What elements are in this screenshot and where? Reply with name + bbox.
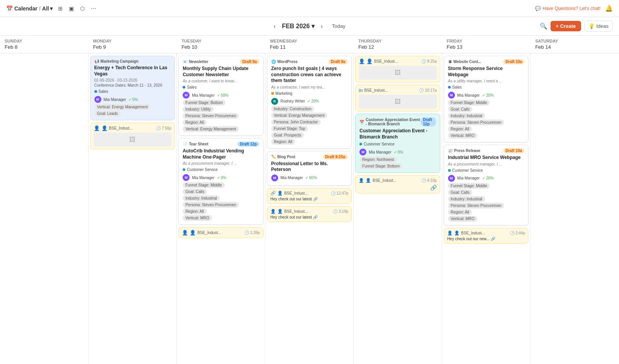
calendar-grid: SUNDAY Feb 8 MONDAY Feb 9 TUESDAY Feb 10… bbox=[0, 36, 619, 364]
calendar-nav: ‹ FEB 2026 ▾ › Today bbox=[270, 21, 348, 31]
press-icon: 📰 bbox=[448, 149, 453, 153]
dot-mkt bbox=[271, 92, 274, 95]
bse-image: 🖼 bbox=[94, 133, 172, 147]
header-sunday: SUNDAY Feb 8 bbox=[0, 36, 89, 53]
dot-sales bbox=[183, 86, 185, 89]
header-saturday: SATURDAY Feb 14 bbox=[530, 36, 619, 53]
bse-fri1[interactable]: 👤 👤 BSE_Indust... 🕐 2:44p Hey check out … bbox=[444, 228, 529, 244]
create-btn[interactable]: + Create bbox=[551, 21, 581, 31]
website-card[interactable]: 🖥 Website Cont... Draft 10a Storm Respon… bbox=[444, 56, 529, 142]
bse-thu3[interactable]: 👤 👤 BSE_Indust... 🕐 4:33p 🔗 bbox=[355, 175, 440, 193]
nav-controls: ⊞ ▣ ⬡ ⋯ bbox=[56, 4, 99, 13]
clock-icon: 🕐 bbox=[333, 209, 337, 214]
chat-link[interactable]: 💬 Have Questions? Let's chat! bbox=[535, 6, 600, 11]
bse-thu2[interactable]: in BSE_Indust... 🕐 10:17a 🖼 bbox=[355, 85, 440, 111]
ideas-btn[interactable]: 💡 Ideas bbox=[584, 21, 613, 32]
saturday-col bbox=[530, 53, 619, 364]
bse-img2: 🖼 bbox=[359, 95, 437, 109]
newsletter-card[interactable]: 📧 Newsletter Draft 9a Monthly Supply Cha… bbox=[178, 56, 263, 136]
more-btn[interactable]: ⋯ bbox=[89, 4, 99, 13]
bse-avatar2: 👤 bbox=[101, 125, 108, 131]
industry-pill: Industry: Utility bbox=[183, 106, 214, 112]
wordpress-card[interactable]: 🌐 WordPress Draft 9a Zero punch list goa… bbox=[267, 56, 352, 149]
goal-pill: Goal: Leads bbox=[94, 111, 121, 116]
persona-pill: Persona: Steven Procuremen bbox=[183, 113, 239, 119]
draft-badge: Draft 9a bbox=[240, 59, 259, 64]
blog-icon: ✏️ bbox=[271, 155, 276, 159]
breadcrumb-sep: / bbox=[39, 5, 41, 12]
top-nav: 📅 Calendar / All ▾ ⊞ ▣ ⬡ ⋯ 💬 Have Questi… bbox=[0, 0, 619, 17]
bse-avatar1: 👤 bbox=[182, 230, 188, 236]
thursday-col: 👤 👤 BSE_Indust... 🕐 9:25a 🖼 in BS bbox=[354, 53, 442, 364]
tearsheet-card[interactable]: 📄 Tear Sheet Draft 12p AutoCrib Industri… bbox=[178, 138, 263, 225]
megaphone-icon: 📢 bbox=[94, 59, 99, 63]
chat-icon: 💬 bbox=[535, 6, 541, 11]
region-pill: Region: All bbox=[183, 120, 207, 125]
header-thursday: THURSDAY Feb 12 bbox=[354, 36, 442, 53]
nav-right: 💬 Have Questions? Let's chat! 🔔 bbox=[535, 5, 613, 12]
dot-cs-event bbox=[359, 143, 362, 145]
nav-left: 📅 Calendar / All ▾ ⊞ ▣ ⬡ ⋯ bbox=[6, 4, 99, 13]
chevron-down-icon: ▾ bbox=[50, 5, 53, 12]
clock-icon: 🕐 bbox=[156, 126, 161, 130]
hey-card-wed2[interactable]: 👤 👤 BSE_Indust... 🕐 3:19p Hey check out … bbox=[267, 206, 352, 222]
search-btn[interactable]: 🔍 bbox=[540, 22, 547, 30]
view-selector[interactable]: All ▾ bbox=[42, 5, 53, 12]
lightbulb-icon: 💡 bbox=[588, 23, 595, 29]
header-tuesday: TUESDAY Feb 10 bbox=[177, 36, 265, 53]
event-card[interactable]: 📅 Customer Appreciation Event - Bismarck… bbox=[355, 114, 440, 173]
draft-badge2: Draft 12p bbox=[238, 142, 259, 147]
title-text: Calendar bbox=[14, 5, 38, 12]
avatar-mia: M bbox=[94, 96, 101, 103]
wednesday-col: 🌐 WordPress Draft 9a Zero punch list goa… bbox=[265, 53, 354, 364]
next-month-btn[interactable]: › bbox=[318, 21, 326, 31]
day-headers: SUNDAY Feb 8 MONDAY Feb 9 TUESDAY Feb 10… bbox=[0, 36, 619, 53]
pressrelease-card[interactable]: 📰 Press Release Draft 10a Industrial MRO… bbox=[444, 145, 529, 226]
bse-thu1[interactable]: 👤 👤 BSE_Indust... 🕐 9:25a 🖼 bbox=[355, 56, 440, 82]
web-icon: 🖥 bbox=[448, 60, 452, 64]
blogpost-card[interactable]: ✏️ Blog Post Draft 9:25a Professional Le… bbox=[267, 151, 352, 186]
month-chevron: ▾ bbox=[311, 22, 315, 30]
clock-icon: 🕐 bbox=[510, 231, 515, 235]
bse-icon1: 👤 bbox=[359, 58, 365, 64]
avatar-mia: M bbox=[183, 174, 190, 181]
filter-btn[interactable]: ⊞ bbox=[56, 4, 65, 13]
monday-col: 📢 Marketing Campaign Energy + Tech Confe… bbox=[89, 53, 177, 364]
bse-monday-card[interactable]: 👤 👤 BSE_Indust... 🕐 7:56p 🖼 bbox=[90, 123, 175, 149]
dot-sales bbox=[94, 90, 97, 93]
dot-sales-fri bbox=[448, 86, 451, 89]
calendar-icon: 📅 bbox=[6, 5, 13, 12]
linkedin-icon: in bbox=[359, 87, 363, 93]
today-btn[interactable]: Today bbox=[329, 22, 349, 31]
draft-badge-wp: Draft 9a bbox=[328, 59, 347, 64]
bse-tuesday-card[interactable]: 👤 👤 BSE_Indust... 🕐 1:39p bbox=[178, 227, 263, 238]
clock-icon: 🕐 bbox=[331, 191, 335, 195]
funnel-pill: Funnel Stage: Bottom bbox=[183, 100, 226, 106]
friday-col: 🖥 Website Cont... Draft 10a Storm Respon… bbox=[442, 53, 531, 364]
nav-title: 📅 Calendar / All ▾ bbox=[6, 5, 53, 12]
calendar-toolbar: ‹ FEB 2026 ▾ › Today 🔍 + Create 💡 Ideas bbox=[0, 17, 619, 36]
prev-month-btn[interactable]: ‹ bbox=[270, 21, 279, 31]
event-draft: Draft 12p bbox=[421, 117, 436, 126]
avatar-rodney: R bbox=[271, 98, 278, 105]
bse-avatar1: 👤 bbox=[94, 125, 100, 131]
dot-cs bbox=[183, 168, 185, 171]
tuesday-col: 📧 Newsletter Draft 9a Monthly Supply Cha… bbox=[177, 53, 265, 364]
marketing-campaign-card[interactable]: 📢 Marketing Campaign Energy + Tech Confe… bbox=[90, 56, 175, 120]
bse-icon2: 👤 bbox=[366, 58, 373, 64]
display-btn[interactable]: ▣ bbox=[67, 4, 76, 13]
sunday-col bbox=[0, 53, 89, 364]
clock-icon: 🕐 bbox=[419, 88, 424, 92]
avatar-mia: M bbox=[271, 174, 278, 181]
link-icon2: 🔗 bbox=[313, 215, 318, 219]
month-selector[interactable]: FEB 2026 ▾ bbox=[282, 22, 315, 30]
share-btn[interactable]: ⬡ bbox=[78, 4, 87, 13]
clock-icon: 🕐 bbox=[421, 178, 426, 183]
newsletter-icon: 📧 bbox=[183, 60, 187, 64]
header-monday: MONDAY Feb 9 bbox=[89, 36, 177, 53]
notifications-btn[interactable]: 🔔 bbox=[605, 5, 613, 12]
hey-card-wed1[interactable]: 🔗 👤 BSE_Indust... 🕐 12:47p Hey check out… bbox=[267, 188, 352, 204]
avatar-mia-pr: M bbox=[448, 175, 455, 182]
link-icon-fri: 🔗 bbox=[491, 237, 495, 241]
avatar-mia-event: M bbox=[359, 149, 366, 156]
